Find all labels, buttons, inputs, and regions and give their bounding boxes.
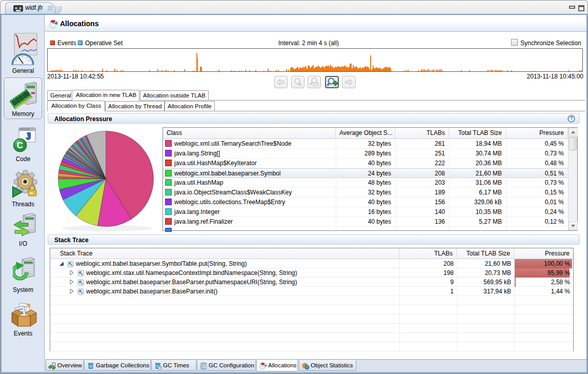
svg-text:?: ? [570, 116, 573, 122]
svg-text:C: C [17, 141, 23, 150]
